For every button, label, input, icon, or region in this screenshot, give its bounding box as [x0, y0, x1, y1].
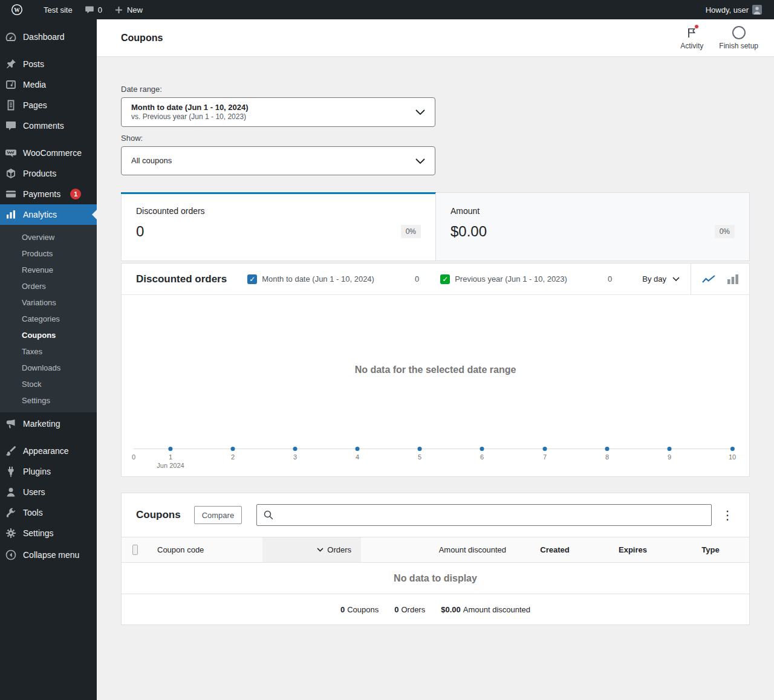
sidebar-item-appearance[interactable]: Appearance: [0, 441, 97, 461]
table-menu-button[interactable]: ⋮: [719, 509, 736, 521]
submenu-item-variations[interactable]: Variations: [0, 294, 97, 311]
sidebar-item-settings[interactable]: Settings: [0, 523, 97, 543]
select-all-checkbox[interactable]: [132, 545, 138, 555]
howdy-text: Howdy, user: [706, 5, 749, 15]
sidebar-item-plugins[interactable]: Plugins: [0, 461, 97, 482]
sidebar-item-pages[interactable]: Pages: [0, 95, 97, 115]
sidebar-item-users[interactable]: Users: [0, 482, 97, 502]
compare-button[interactable]: Compare: [194, 506, 242, 524]
site-name-link[interactable]: Test site: [29, 0, 79, 19]
submenu-item-coupons[interactable]: Coupons: [0, 327, 97, 343]
sidebar-item-label: Tools: [23, 508, 43, 517]
media-icon: [5, 79, 17, 91]
sidebar-item-media[interactable]: Media: [0, 74, 97, 95]
submenu-item-categories[interactable]: Categories: [0, 311, 97, 327]
admin-bar: W Test site 0 New Howdy, user: [0, 0, 774, 19]
column-header-type[interactable]: Type: [672, 537, 749, 562]
submenu-item-products[interactable]: Products: [0, 245, 97, 262]
sidebar-item-analytics[interactable]: Analytics: [0, 204, 97, 225]
sort-chevron-down-icon: [317, 548, 324, 552]
sidebar-item-marketing[interactable]: Marketing: [0, 413, 97, 434]
column-header-orders[interactable]: Orders: [262, 537, 361, 562]
checkbox-current-period[interactable]: ✓: [247, 274, 257, 284]
summary-card-discounted-orders[interactable]: Discounted orders 0 0%: [122, 193, 435, 261]
site-name-label: Test site: [44, 5, 73, 15]
data-point-dot: [730, 447, 735, 451]
sidebar-item-label: Pages: [23, 100, 47, 110]
sidebar-item-woocommerce[interactable]: WooCommerce: [0, 143, 97, 163]
new-label: New: [127, 5, 143, 15]
wordpress-logo[interactable]: W: [5, 0, 29, 19]
table-title: Coupons: [136, 509, 181, 521]
submenu-item-taxes[interactable]: Taxes: [0, 343, 97, 360]
chart-header: Discounted orders ✓ Month to date (Jun 1…: [122, 264, 749, 295]
search-input[interactable]: [278, 511, 705, 520]
coupons-table-panel: Coupons Compare ⋮ Coupon code O: [121, 493, 750, 625]
sidebar-item-comments[interactable]: Comments: [0, 115, 97, 136]
coupons-report-content: Date range: Month to date (Jun 1 - 10, 2…: [97, 57, 774, 649]
legend-current-period[interactable]: ✓ Month to date (Jun 1 - 10, 2024) 0: [247, 274, 419, 284]
date-range-select[interactable]: Month to date (Jun 1 - 10, 2024) vs. Pre…: [121, 97, 435, 127]
column-header-created[interactable]: Created: [516, 537, 594, 562]
analytics-submenu: Overview Products Revenue Orders Variati…: [0, 225, 97, 412]
legend-previous-period[interactable]: ✓ Previous year (Jun 1 - 10, 2023) 0: [440, 274, 612, 284]
activity-flag-icon: [686, 25, 697, 40]
sidebar-item-posts[interactable]: Posts: [0, 54, 97, 74]
submenu-item-stock[interactable]: Stock: [0, 376, 97, 392]
finish-setup-button[interactable]: Finish setup: [719, 25, 758, 50]
month-label: Jun 2024: [157, 462, 184, 469]
sidebar-item-dashboard[interactable]: Dashboard: [0, 27, 97, 47]
pushpin-icon: [5, 58, 17, 70]
comments-link[interactable]: 0: [79, 0, 108, 19]
plus-icon: [114, 5, 123, 15]
totals-amount-discounted: $0.00Amount discounted: [441, 605, 530, 614]
sidebar-item-tools[interactable]: Tools: [0, 502, 97, 523]
submenu-item-downloads[interactable]: Downloads: [0, 360, 97, 376]
table-header-bar: Coupons Compare ⋮: [122, 493, 749, 537]
submenu-item-revenue[interactable]: Revenue: [0, 262, 97, 278]
bar-chart-icon[interactable]: [727, 274, 739, 284]
data-point-dot: [293, 447, 298, 451]
show-value: All coupons: [131, 156, 172, 166]
interval-select[interactable]: By day: [642, 274, 691, 284]
sidebar-item-collapse-menu[interactable]: Collapse menu: [0, 545, 97, 565]
summary-card-amount[interactable]: Amount $0.00 0%: [435, 193, 749, 261]
axis-tick: 5: [418, 447, 422, 461]
sidebar-item-payments[interactable]: Payments 1: [0, 184, 97, 204]
line-chart-icon[interactable]: [701, 274, 716, 284]
activity-button[interactable]: Activity: [680, 25, 703, 50]
sidebar-item-label: Posts: [23, 59, 44, 69]
paintbrush-icon: [5, 445, 17, 457]
summary-card-value: 0: [136, 223, 144, 240]
data-point-dot: [356, 447, 360, 451]
show-select[interactable]: All coupons: [121, 146, 435, 175]
admin-bar-left: W Test site 0 New: [5, 0, 149, 19]
sidebar-item-label: Analytics: [23, 210, 57, 219]
data-point-dot: [668, 447, 672, 451]
sidebar-item-products[interactable]: Products: [0, 163, 97, 184]
column-header-coupon-code[interactable]: Coupon code: [148, 537, 262, 562]
axis-tick: 4: [356, 447, 360, 461]
date-range-value: Month to date (Jun 1 - 10, 2024): [131, 103, 249, 112]
submenu-item-settings[interactable]: Settings: [0, 392, 97, 409]
new-content-link[interactable]: New: [108, 0, 149, 19]
chart-empty-message: No data for the selected date range: [122, 365, 749, 375]
sidebar-item-label: Collapse menu: [23, 550, 79, 560]
analytics-chart-icon: [5, 209, 17, 221]
account-menu[interactable]: Howdy, user: [700, 0, 768, 19]
y-axis-zero-tick: 0: [132, 447, 136, 461]
column-header-amount-discounted[interactable]: Amount discounted: [361, 537, 516, 562]
data-point-dot: [543, 447, 547, 451]
chart-title: Discounted orders: [136, 273, 227, 285]
payments-card-icon: [5, 188, 17, 200]
submenu-item-overview[interactable]: Overview: [0, 229, 97, 245]
sidebar-item-label: WooCommerce: [23, 148, 82, 158]
admin-sidebar: Dashboard Posts Media Pages Comments Woo…: [0, 19, 97, 700]
summary-card-value: $0.00: [450, 223, 487, 240]
notification-dot: [694, 24, 699, 29]
checkbox-previous-period[interactable]: ✓: [440, 274, 450, 284]
column-header-expires[interactable]: Expires: [594, 537, 672, 562]
chart-area: No data for the selected date range 0 1J…: [122, 295, 749, 476]
submenu-item-orders[interactable]: Orders: [0, 278, 97, 294]
plug-icon: [5, 465, 17, 478]
